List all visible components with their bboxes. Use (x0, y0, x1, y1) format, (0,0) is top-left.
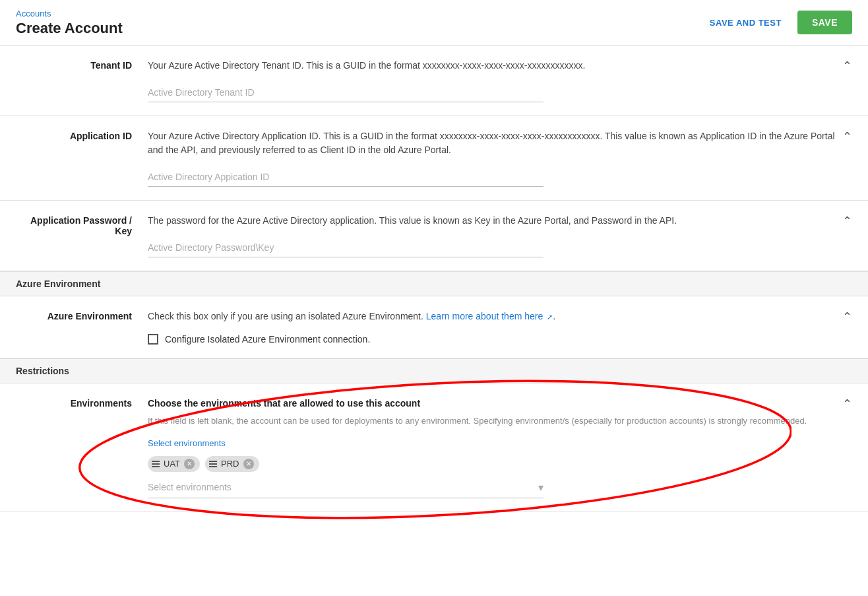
tags-row: UAT ✕ PRD ✕ (148, 456, 852, 472)
restrictions-section-header: Restrictions (0, 358, 868, 383)
breadcrumb-link[interactable]: Accounts (16, 9, 51, 18)
application-id-content: ⌃ Your Azure Active Directory Applicatio… (148, 129, 852, 187)
top-bar: Accounts Create Account SAVE AND TEST SA… (0, 0, 868, 46)
tag-prd: PRD ✕ (205, 456, 259, 472)
select-environments-link[interactable]: Select environments (148, 438, 226, 448)
tag-uat-label: UAT (164, 459, 180, 469)
azure-environment-content: ⌃ Check this box only if you are using a… (148, 310, 852, 345)
tag-uat-icon (152, 461, 160, 467)
learn-more-link[interactable]: Learn more about them here (426, 311, 543, 321)
select-environments-placeholder: Select environments (148, 482, 232, 492)
azure-environment-label: Azure Environment (16, 310, 148, 321)
application-id-input[interactable] (148, 168, 543, 187)
form-content: Tenant ID ⌃ Your Azure Active Directory … (0, 46, 868, 539)
tag-prd-label: PRD (221, 459, 239, 469)
application-password-content: ⌃ The password for the Azure Active Dire… (148, 214, 852, 257)
application-password-row: Application Password / Key ⌃ The passwor… (0, 201, 868, 271)
tenant-id-description: Your Azure Active Directory Tenant ID. T… (148, 59, 852, 73)
select-environments-dropdown[interactable]: Select environments ▾ (148, 477, 543, 498)
application-password-description: The password for the Azure Active Direct… (148, 214, 852, 228)
dropdown-arrow-icon: ▾ (538, 481, 543, 494)
environments-row: Environments ⌃ Choose the environments t… (0, 383, 868, 512)
environments-chevron-icon[interactable]: ⌃ (842, 397, 852, 411)
azure-environment-section-header: Azure Environment (0, 271, 868, 296)
tag-prd-icon (209, 461, 217, 467)
tag-prd-close[interactable]: ✕ (243, 459, 254, 469)
environments-sub-description: If this field is left blank, the account… (148, 414, 852, 428)
application-password-chevron-icon[interactable]: ⌃ (842, 214, 852, 228)
top-bar-left: Accounts Create Account (16, 8, 123, 37)
azure-environment-description-prefix: Check this box only if you are using an … (148, 311, 423, 321)
application-id-label: Application ID (16, 129, 148, 141)
application-id-chevron-icon[interactable]: ⌃ (842, 129, 852, 144)
application-password-label: Application Password / Key (16, 214, 148, 236)
top-bar-actions: SAVE AND TEST SAVE (702, 11, 852, 34)
save-and-test-button[interactable]: SAVE AND TEST (702, 13, 790, 33)
environments-label: Environments (16, 397, 148, 409)
tenant-id-input[interactable] (148, 83, 543, 102)
tenant-id-chevron-icon[interactable]: ⌃ (842, 59, 852, 73)
azure-environment-row: Azure Environment ⌃ Check this box only … (0, 296, 868, 358)
save-button[interactable]: SAVE (797, 11, 852, 34)
application-id-row: Application ID ⌃ Your Azure Active Direc… (0, 116, 868, 201)
azure-environment-checkbox-label: Configure Isolated Azure Environment con… (165, 334, 370, 345)
environments-content: ⌃ Choose the environments that are allow… (148, 397, 852, 498)
tenant-id-row: Tenant ID ⌃ Your Azure Active Directory … (0, 46, 868, 116)
external-link-icon: ➚ (547, 313, 553, 321)
azure-environment-description: Check this box only if you are using an … (148, 310, 852, 323)
azure-environment-checkbox-row: Configure Isolated Azure Environment con… (148, 334, 852, 345)
page-title: Create Account (16, 20, 123, 37)
tag-uat: UAT ✕ (148, 456, 200, 472)
azure-environment-checkbox[interactable] (148, 334, 158, 345)
application-password-input[interactable] (148, 238, 543, 257)
environments-main-description: Choose the environments that are allowed… (148, 397, 852, 411)
tag-uat-close[interactable]: ✕ (184, 459, 195, 469)
tenant-id-content: ⌃ Your Azure Active Directory Tenant ID.… (148, 59, 852, 102)
azure-environment-chevron-icon[interactable]: ⌃ (842, 310, 852, 324)
application-id-description: Your Azure Active Directory Application … (148, 129, 852, 157)
tenant-id-label: Tenant ID (16, 59, 148, 71)
